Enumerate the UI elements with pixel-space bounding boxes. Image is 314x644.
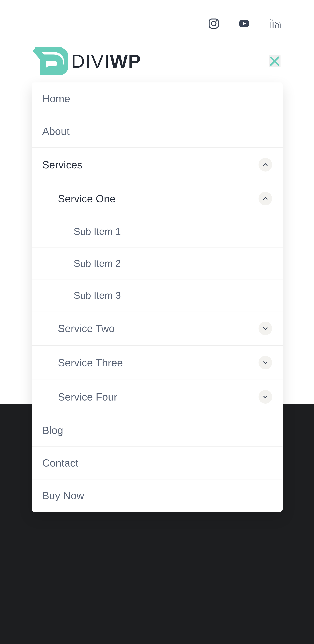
menu-label: Sub Item 1 <box>74 226 272 237</box>
submenu-item-service-three[interactable]: Service Three <box>32 346 283 380</box>
brand-logo[interactable]: DIVIWP <box>33 47 141 75</box>
menu-label: Buy Now <box>42 490 272 502</box>
menu-label: Service Three <box>58 357 259 369</box>
menu-label: Service Four <box>58 391 259 403</box>
chevron-up-icon[interactable] <box>259 192 272 206</box>
svg-point-2 <box>216 20 217 22</box>
menu-close-button[interactable] <box>269 55 281 67</box>
menu-item-buy-now[interactable]: Buy Now <box>32 480 283 512</box>
svg-rect-0 <box>209 19 218 28</box>
menu-item-services[interactable]: Services <box>32 148 283 182</box>
close-icon <box>270 56 280 66</box>
submenu-item-service-one[interactable]: Service One <box>32 182 283 216</box>
menu-label: Home <box>42 92 272 105</box>
chevron-up-icon[interactable] <box>259 158 272 172</box>
submenu-item-service-two[interactable]: Service Two <box>32 312 283 345</box>
menu-item-contact[interactable]: Contact <box>32 447 283 479</box>
youtube-icon[interactable] <box>238 18 250 30</box>
service-one-submenu: Sub Item 1 Sub Item 2 Sub Item 3 <box>32 216 283 311</box>
linkedin-icon[interactable] <box>269 18 281 30</box>
svg-point-1 <box>211 21 216 26</box>
brand-text-light: DIVI <box>71 50 110 72</box>
subsub-item-1[interactable]: Sub Item 1 <box>32 216 283 247</box>
social-strip <box>0 0 314 37</box>
svg-point-4 <box>270 19 273 21</box>
chevron-down-icon[interactable] <box>259 356 272 370</box>
menu-label: About <box>42 125 272 137</box>
subsub-item-2[interactable]: Sub Item 2 <box>32 248 283 279</box>
main-menu-panel: Home About Services Se <box>32 82 283 512</box>
svg-rect-5 <box>270 22 272 28</box>
submenu-item-service-four[interactable]: Service Four <box>32 380 283 414</box>
menu-label: Blog <box>42 424 272 436</box>
menu-item-home[interactable]: Home <box>32 82 283 115</box>
menu-label: Service One <box>58 193 259 205</box>
menu-item-blog[interactable]: Blog <box>32 414 283 446</box>
menu-label: Contact <box>42 457 272 469</box>
subsub-item-3[interactable]: Sub Item 3 <box>32 280 283 311</box>
brand-text-bold: WP <box>110 50 141 72</box>
menu-label: Service Two <box>58 322 259 334</box>
chevron-down-icon[interactable] <box>259 390 272 404</box>
menu-label: Services <box>42 159 259 171</box>
chevron-down-icon[interactable] <box>259 322 272 335</box>
brand-mark-icon <box>33 47 68 75</box>
menu-item-about[interactable]: About <box>32 115 283 148</box>
menu-label: Sub Item 2 <box>74 258 272 269</box>
brand-text: DIVIWP <box>71 50 141 72</box>
services-submenu: Service One Sub Item 1 Sub Item 2 Sub It… <box>32 182 283 414</box>
menu-label: Sub Item 3 <box>74 290 272 301</box>
instagram-icon[interactable] <box>208 18 220 30</box>
